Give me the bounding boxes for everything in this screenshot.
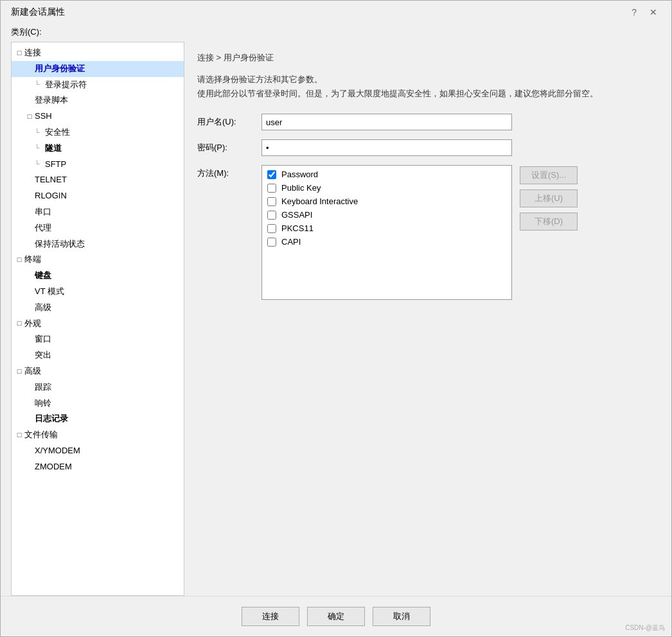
username-input[interactable] [261, 114, 512, 130]
watermark: CSDN-@蓝鸟 [625, 624, 665, 633]
method-box: PasswordPublic KeyKeyboard InteractiveGS… [261, 165, 512, 300]
description-line1: 请选择身份验证方法和其它参数。 [197, 73, 648, 87]
tree-label-advanced: 高级 [35, 301, 51, 315]
tree-item-vt-mode[interactable]: VT 模式 [12, 284, 184, 300]
ok-button[interactable]: 确定 [307, 607, 365, 626]
method-checkbox-publickey[interactable] [267, 184, 276, 193]
password-label: 密码(P): [197, 142, 261, 153]
tree-label-zmodem: ZMODEM [35, 460, 72, 474]
tree-label-sftp: SFTP [45, 158, 66, 171]
tree-item-advanced2[interactable]: □高级 [12, 363, 184, 380]
method-label: 方法(M): [197, 165, 261, 179]
tree-panel: □连接用户身份验证└登录提示符登录脚本□SSH└安全性└隧道└SFTPTELNE… [11, 42, 184, 596]
tree-label-highlight: 突出 [35, 349, 51, 362]
category-label: 类别(C): [1, 21, 671, 42]
tree-label-login-prompt: 登录提示符 [45, 78, 87, 92]
tree-label-tunnel: 隧道 [45, 142, 62, 155]
tree-item-window[interactable]: 窗口 [12, 331, 184, 347]
tree-label-user-auth: 用户身份验证 [35, 62, 85, 76]
method-checkbox-pkcs11[interactable] [267, 224, 276, 233]
tree-item-telnet[interactable]: TELNET [12, 172, 184, 188]
dialog: 新建会话属性 ? ✕ 类别(C): □连接用户身份验证└登录提示符登录脚本□SS… [0, 0, 672, 637]
move-up-button[interactable]: 上移(U) [520, 189, 578, 207]
tree-item-login-prompt[interactable]: └登录提示符 [12, 77, 184, 93]
description-line2: 使用此部分以节省登录时间。但是，为了最大限度地提高安全性，如果担心安全问题，建议… [197, 87, 648, 101]
password-input[interactable] [261, 139, 512, 156]
method-label-pkcs11: PKCS11 [281, 223, 314, 233]
tree-label-bell: 响铃 [35, 397, 51, 410]
tree-item-login-script[interactable]: 登录脚本 [12, 92, 184, 109]
tree-label-serial: 串口 [35, 205, 51, 219]
setup-button[interactable]: 设置(S)... [520, 166, 578, 184]
method-label-capi: CAPI [281, 237, 301, 247]
method-item-publickey[interactable]: Public Key [267, 183, 506, 193]
method-checkbox-gssapi[interactable] [267, 211, 276, 220]
tree-label-proxy: 代理 [35, 222, 51, 235]
tree-label-telnet: TELNET [35, 173, 67, 187]
title-controls: ? ✕ [628, 6, 661, 19]
tree-label-vt-mode: VT 模式 [35, 285, 64, 299]
tree-item-proxy[interactable]: 代理 [12, 220, 184, 236]
method-label-gssapi: GSSAPI [281, 210, 312, 220]
tree-label-logging: 日志记录 [35, 412, 68, 426]
method-item-password[interactable]: Password [267, 170, 506, 179]
tree-toggle-ssh: □ [24, 111, 35, 123]
right-panel: 连接 > 用户身份验证 请选择身份验证方法和其它参数。 使用此部分以节省登录时间… [184, 42, 661, 596]
tree-label-login-script: 登录脚本 [35, 94, 68, 107]
tree-toggle-filetransfer: □ [14, 430, 24, 441]
tree-item-ssh[interactable]: □SSH [12, 109, 184, 125]
method-item-capi[interactable]: CAPI [267, 237, 506, 247]
tree-item-user-auth[interactable]: 用户身份验证 [12, 61, 184, 77]
tree-toggle-terminal: □ [14, 254, 24, 266]
method-checkbox-capi[interactable] [267, 238, 276, 247]
tree-item-tunnel[interactable]: └隧道 [12, 141, 184, 157]
method-checkbox-keyboard[interactable] [267, 197, 276, 206]
method-buttons: 设置(S)... 上移(U) 下移(D) [520, 165, 578, 231]
breadcrumb-part2: 用户身份验证 [224, 53, 274, 62]
close-button[interactable]: ✕ [646, 6, 661, 19]
tree-label-filetransfer: 文件传输 [24, 428, 58, 442]
bottom-bar: 连接 确定 取消 [1, 596, 671, 636]
tree-item-logging[interactable]: 日志记录 [12, 411, 184, 427]
method-item-pkcs11[interactable]: PKCS11 [267, 223, 506, 233]
tree-item-rlogin[interactable]: RLOGIN [12, 188, 184, 204]
tree-label-window: 窗口 [35, 333, 51, 346]
tree-item-sftp[interactable]: └SFTP [12, 157, 184, 173]
connect-button[interactable]: 连接 [242, 607, 299, 626]
tree-item-advanced[interactable]: 高级 [12, 300, 184, 316]
description: 请选择身份验证方法和其它参数。 使用此部分以节省登录时间。但是，为了最大限度地提… [197, 73, 648, 101]
help-button[interactable]: ? [628, 6, 641, 19]
dialog-title: 新建会话属性 [11, 6, 65, 18]
username-row: 用户名(U): [197, 114, 648, 130]
tree-item-xymodem[interactable]: X/YMODEM [12, 443, 184, 459]
cancel-button[interactable]: 取消 [373, 607, 430, 626]
username-label: 用户名(U): [197, 116, 261, 128]
tree-item-filetransfer[interactable]: □文件传输 [12, 427, 184, 443]
tree-item-appearance[interactable]: □外观 [12, 316, 184, 332]
tree-label-terminal: 终端 [24, 253, 41, 266]
tree-label-keepalive: 保持活动状态 [35, 238, 85, 251]
tree-item-zmodem[interactable]: ZMODEM [12, 459, 184, 475]
method-item-gssapi[interactable]: GSSAPI [267, 210, 506, 220]
tree-item-connection[interactable]: □连接 [12, 45, 184, 61]
method-item-keyboard[interactable]: Keyboard Interactive [267, 196, 506, 206]
tree-item-terminal[interactable]: □终端 [12, 252, 184, 268]
main-content: □连接用户身份验证└登录提示符登录脚本□SSH└安全性└隧道└SFTPTELNE… [1, 42, 671, 596]
tree-label-keyboard: 键盘 [35, 269, 51, 283]
tree-toggle-appearance: □ [14, 318, 24, 329]
title-bar: 新建会话属性 ? ✕ [1, 1, 671, 21]
tree-item-bell[interactable]: 响铃 [12, 396, 184, 412]
tree-item-serial[interactable]: 串口 [12, 204, 184, 220]
tree-label-rlogin: RLOGIN [35, 189, 67, 203]
tree-label-trace: 跟踪 [35, 381, 51, 394]
tree-item-security[interactable]: └安全性 [12, 125, 184, 141]
tree-item-keyboard[interactable]: 键盘 [12, 268, 184, 284]
tree-item-keepalive[interactable]: 保持活动状态 [12, 236, 184, 252]
tree-item-highlight[interactable]: 突出 [12, 347, 184, 363]
tree-toggle-advanced2: □ [14, 366, 24, 378]
tree-label-security: 安全性 [45, 126, 70, 139]
method-checkbox-password[interactable] [267, 170, 276, 179]
tree-label-connection: 连接 [24, 46, 41, 60]
move-down-button[interactable]: 下移(D) [520, 213, 578, 231]
tree-item-trace[interactable]: 跟踪 [12, 380, 184, 396]
